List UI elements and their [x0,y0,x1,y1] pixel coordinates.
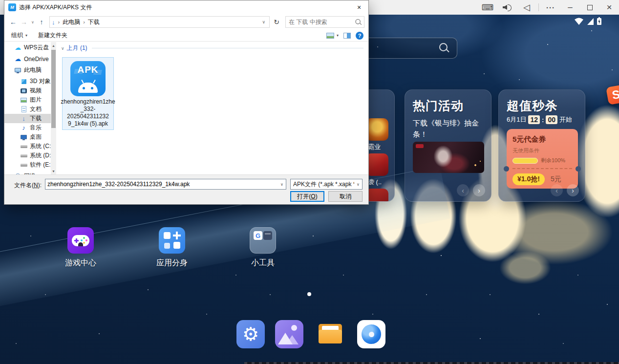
address-bar[interactable]: ↓ › 此电脑 › 下载 ∨ [49,16,270,28]
dialog-search-box[interactable] [285,16,364,28]
coupon-divider [512,168,572,169]
filename-input[interactable] [45,181,278,188]
history-dropdown-icon[interactable]: ∨ [30,20,36,24]
carousel-next-button[interactable]: › [567,184,579,196]
dialog-close-button[interactable]: × [350,0,368,14]
coupon-progress-bar [512,158,538,164]
dialog-navbar: ← → ∨ ↑ ↓ › 此电脑 › 下载 ∨ ↻ [4,14,368,30]
open-button[interactable]: 打开(O) [290,191,324,202]
android-back-icon[interactable]: ◁ [517,0,536,15]
more-menu-icon[interactable]: ··· [541,0,560,15]
filename-label: 文件名(N): [9,181,42,190]
speaker-glyph [503,4,512,11]
game-center-icon[interactable] [67,227,94,254]
volume-icon[interactable] [497,0,517,15]
hot-activity-card[interactable]: 热门活动 下载《银与绯》抽金条！ ‹ › [405,89,491,202]
game-logo-badge [416,144,424,148]
back-icon[interactable]: ← [8,17,18,27]
widgets-folder-icon[interactable]: G [250,227,276,254]
game-icon-2[interactable] [366,153,388,176]
sidebar-item-desktop[interactable]: 桌面 [4,132,55,142]
hot-activity-banner[interactable] [413,142,484,173]
resize-grip[interactable] [363,198,367,203]
breadcrumb-this-pc[interactable]: 此电脑 [63,18,80,26]
sidebar-item-label: 系统 (D:) [30,151,53,160]
sidebar-item-label: 图片 [30,96,42,104]
dock-browser-icon[interactable] [357,320,385,348]
sidebar-item-videos[interactable]: 视频 [4,86,55,95]
sidebar-item-this-pc[interactable]: 此电脑 [4,65,55,75]
minimize-button[interactable]: – [560,0,580,15]
file-group-header[interactable]: ∨ 上月 (1) [61,44,363,52]
sidebar-item-documents[interactable]: 文档 [4,105,55,114]
new-folder-label: 新建文件夹 [38,31,67,40]
sidebar-item-drive-c[interactable]: 系统 (C:) [4,142,55,151]
file-name-line: 9_1k4w (5).apk [61,120,115,128]
mumu-app-icon: M [8,3,16,11]
dialog-title: 选择 APK/XAPK/APKS 文件 [19,3,92,12]
carousel-next-button[interactable]: › [473,184,485,196]
file-name-line: _332-2025042311232 [61,106,115,120]
sidebar-item-3d-objects[interactable]: 3D 对象 [4,77,55,86]
chevron-down-icon: ▾ [337,33,339,38]
search-icon [439,43,450,54]
filetype-select[interactable]: APK文件 (*.apk *.xapk *.apks ∨ [290,179,363,190]
desktop-icon-widgets[interactable]: G 小工具 [236,227,290,268]
sidebar-item-onedrive[interactable]: ☁ OneDrive [4,54,55,64]
up-icon[interactable]: ↑ [37,17,46,27]
help-icon[interactable]: ? [356,32,363,40]
view-mode-button[interactable]: ▾ [326,33,339,39]
wps-cloud-icon: ☁ [14,44,21,51]
document-icon [20,106,27,113]
file-item-apk[interactable]: APK zhenhongzhiren1zhe _332-202504231123… [62,57,114,130]
breadcrumb-downloads[interactable]: 下载 [88,18,100,26]
mini-app-icon [263,231,272,240]
desktop-icon-label: 游戏中心 [54,258,107,268]
desktop-icon-game-center[interactable]: 游戏中心 [54,227,107,268]
game-icon-3[interactable] [366,189,388,202]
dock-settings-icon[interactable]: ⚙ [236,320,265,348]
hot-activity-subtitle: 下载《银与绯》抽金条！ [413,117,482,140]
floating-sidebar-logo[interactable]: S [606,85,619,105]
app-clone-icon[interactable] [159,227,185,254]
desktop-icon-app-clone[interactable]: 应用分身 [145,227,199,268]
keyboard-icon[interactable]: ⌨ [478,0,497,15]
chevron-down-icon[interactable]: ∨ [278,182,286,187]
drive-icon [20,143,27,150]
preview-pane-icon[interactable] [343,33,351,39]
desktop-icon-label: 应用分身 [145,258,199,268]
sidebar-item-pictures[interactable]: 图片 [4,95,55,105]
android-status-icons [574,17,606,26]
hot-activity-title: 热门活动 [413,98,464,114]
chevron-down-icon: ▾ [25,33,27,38]
thumbnail-view-icon [326,33,334,39]
sidebar-item-drive-d[interactable]: 系统 (D:) [4,151,55,160]
seckill-time-row: 6月1日 12 : 00 开始 [507,115,572,124]
address-dropdown-icon[interactable]: ∨ [260,20,267,24]
maximize-button[interactable] [580,0,599,15]
game-icon-1[interactable] [366,118,388,141]
coupon-buy-button[interactable]: ¥1.0抢! [512,173,545,185]
forward-icon[interactable]: → [19,17,29,27]
emulator-close-button[interactable]: × [599,0,619,15]
filename-combobox[interactable]: ∨ [45,179,286,190]
coupon-card[interactable]: 5元代金券 无使用条件 剩余100% ¥1.0抢! 5元 [507,129,578,189]
file-list-area: ∨ 上月 (1) APK zhenhongzhiren1zhe _332-202… [55,42,368,174]
coupon-price: 5元 [551,175,561,184]
dock-gallery-icon[interactable] [275,320,303,348]
sidebar-item-music[interactable]: ♪ 音乐 [4,123,55,132]
carousel-prev-button[interactable]: ‹ [551,184,563,196]
refresh-icon[interactable]: ↻ [271,16,282,28]
dock-files-icon[interactable] [316,320,344,348]
sidebar-item-wps-cloud[interactable]: ☁ WPS云盘 [4,43,55,52]
sidebar-item-label: 桌面 [30,133,42,141]
sidebar-item-label: 文档 [30,105,42,113]
organize-menu[interactable]: 组织 ▾ [11,31,27,40]
sidebar-item-drive-e[interactable]: 软件 (E:) [4,160,55,170]
new-folder-button[interactable]: 新建文件夹 [38,31,67,40]
seckill-card[interactable]: 超值秒杀 6月1日 12 : 00 开始 5元代金券 无使用条件 剩余100% … [498,89,585,202]
sidebar-item-downloads[interactable]: ↓ 下载 [4,114,55,123]
carousel-prev-button[interactable]: ‹ [457,184,469,196]
cancel-button[interactable]: 取消 [328,191,363,202]
dialog-search-input[interactable] [286,17,364,27]
